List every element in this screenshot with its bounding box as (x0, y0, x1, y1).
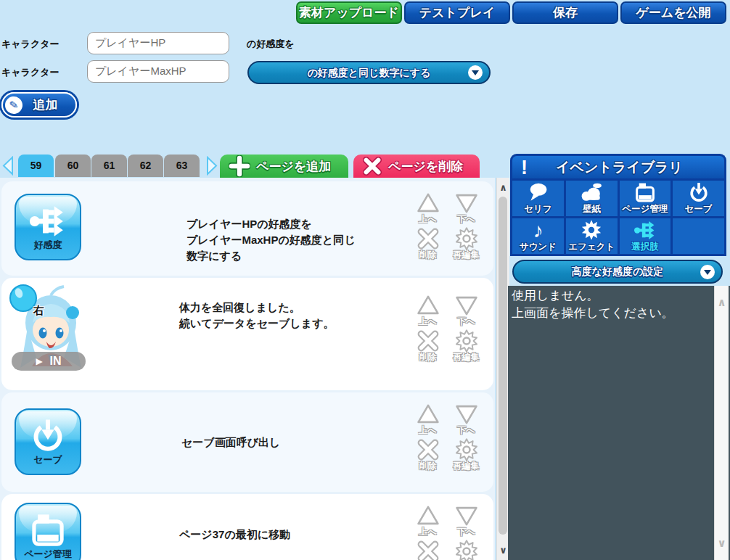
scroll-up-icon[interactable]: ∧ (715, 296, 729, 309)
message-line: 使用しません。 (512, 287, 711, 305)
reedit-event-button[interactable]: 再編集 (452, 227, 480, 261)
power-save-icon (29, 417, 67, 455)
event-controls: 上へ 下へ 削除 再編集 (414, 192, 480, 261)
event-row-speech[interactable]: 右 ▶ IN 体力を全回復しました。続いてデータをセーブします。 上へ 下へ 削… (1, 278, 493, 390)
power-save-icon (686, 181, 711, 203)
delete-event-button[interactable]: 削除 (414, 438, 442, 472)
delete-page-label: ページを削除 (388, 158, 463, 175)
library-item-choice[interactable]: 選択肢 (620, 218, 671, 254)
exclamation-icon: ! (521, 157, 528, 178)
gear-icon (455, 227, 478, 250)
up-triangle-icon (417, 192, 440, 215)
x-icon (362, 156, 382, 176)
move-down-button[interactable]: 下へ (452, 294, 480, 328)
delete-event-button[interactable]: 削除 (414, 227, 442, 261)
advanced-favorability-button[interactable]: 高度な好感度の設定 (512, 260, 723, 284)
page-tab-59[interactable]: 59 (18, 155, 54, 177)
speech-side-label: 右 (33, 304, 44, 318)
library-item-effect[interactable]: エフェクト (566, 218, 618, 254)
event-description: ページ37の最初に移動 (179, 527, 290, 543)
pencil-icon: ✎ (4, 95, 23, 115)
move-up-button[interactable]: 上へ (414, 403, 442, 437)
event-controls: 上へ 下へ 削除 再編集 (414, 403, 480, 472)
event-row-page[interactable]: ページ管理 ページ37の最初に移動 上へ 下へ 削除 再編集 (1, 494, 493, 560)
library-cell-empty (673, 218, 724, 254)
advanced-favorability-label: 高度な好感度の設定 (514, 261, 721, 282)
event-list: 好感度 プレイヤーHPの好感度をプレイヤーMaxHPの好感度と同じ数字にする 上… (0, 178, 495, 560)
up-triangle-icon (417, 504, 440, 527)
save-icon-label: セーブ (33, 453, 62, 466)
event-description: プレイヤーHPの好感度をプレイヤーMaxHPの好感度と同じ数字にする (186, 216, 355, 264)
event-controls: 上へ 下へ 削除 再編集 (414, 504, 480, 560)
event-controls: 上へ 下へ 削除 再編集 (414, 294, 480, 363)
reedit-event-button[interactable]: 再編集 (452, 438, 480, 472)
move-up-button[interactable]: 上へ (414, 504, 442, 538)
event-description: セーブ画面呼び出し (181, 435, 280, 450)
wallpaper-cloud-icon (579, 181, 604, 203)
favorability-suffix-label: の好感度を (247, 38, 295, 51)
move-up-button[interactable]: 上へ (414, 294, 442, 328)
play-icon: ▶ (36, 356, 42, 366)
library-item-sound[interactable]: ♪ サウンド (512, 218, 564, 254)
character-input-2[interactable] (87, 60, 229, 83)
save-icon: セーブ (15, 408, 81, 475)
reedit-event-button[interactable]: 再編集 (452, 329, 480, 363)
library-item-serif[interactable]: セリフ (512, 181, 564, 216)
favorability-icon-label: 好感度 (34, 239, 62, 252)
add-button[interactable]: ✎ 追加 (1, 92, 77, 118)
x-icon (417, 227, 440, 250)
up-triangle-icon (417, 403, 440, 426)
move-up-button[interactable]: 上へ (414, 192, 442, 226)
move-down-button[interactable]: 下へ (452, 504, 480, 538)
down-triangle-icon (455, 294, 478, 317)
event-library-title: イベントライブラリ (528, 158, 711, 177)
library-item-wallpaper[interactable]: 壁紙 (566, 181, 618, 216)
speech-bubble-icon (525, 181, 550, 203)
move-down-button[interactable]: 下へ (452, 192, 480, 226)
page-box-icon (29, 511, 67, 549)
gear-icon (455, 329, 478, 353)
event-row-save[interactable]: セーブ セーブ画面呼び出し 上へ 下へ 削除 再編集 (1, 392, 493, 492)
move-down-button[interactable]: 下へ (452, 403, 480, 437)
tab-scroll-left-icon[interactable] (1, 156, 15, 176)
tab-scroll-right-icon[interactable] (205, 156, 218, 176)
scroll-down-icon[interactable]: ∨ (715, 537, 729, 550)
library-item-save[interactable]: セーブ (673, 181, 724, 216)
page-tab-60[interactable]: 60 (55, 155, 91, 177)
add-page-button[interactable]: ページを追加 (220, 155, 348, 178)
page-manage-icon: ページ管理 (15, 503, 81, 560)
library-message-panel: 使用しません。 上画面を操作してください。 (508, 286, 730, 560)
upload-assets-button[interactable]: 素材アップロード (296, 1, 402, 24)
message-panel-scrollbar[interactable]: ∧ ∨ (714, 286, 729, 560)
delete-page-button[interactable]: ページを削除 (353, 155, 480, 178)
branch-icon (29, 202, 67, 240)
down-triangle-icon (455, 403, 478, 426)
test-play-button[interactable]: テストプレイ (404, 1, 510, 24)
event-library-header: ! イベントライブラリ (510, 154, 726, 178)
reedit-event-button[interactable]: 再編集 (452, 540, 480, 560)
delete-event-button[interactable]: 削除 (414, 329, 442, 363)
event-description: 体力を全回復しました。続いてデータをセーブします。 (179, 300, 335, 332)
page-tab-63[interactable]: 63 (164, 155, 200, 177)
scroll-up-icon[interactable]: ∧ (497, 182, 509, 193)
effect-gear-icon (579, 219, 604, 241)
character-label-2: キャラクター (1, 66, 60, 79)
page-tab-61[interactable]: 61 (91, 155, 127, 177)
action-select[interactable]: の好感度と同じ数字にする (247, 61, 491, 84)
x-icon (417, 438, 440, 461)
down-triangle-icon (455, 192, 478, 215)
character-label-1: キャラクター (1, 38, 60, 51)
x-icon (417, 329, 440, 353)
branch-icon (633, 219, 657, 241)
x-icon (417, 540, 440, 560)
delete-event-button[interactable]: 削除 (414, 540, 442, 560)
chevron-down-icon (700, 265, 715, 279)
character-input-1[interactable] (87, 32, 229, 54)
event-row-favorability[interactable]: 好感度 プレイヤーHPの好感度をプレイヤーMaxHPの好感度と同じ数字にする 上… (1, 181, 493, 276)
library-item-page[interactable]: ページ管理 (620, 181, 671, 216)
save-button[interactable]: 保存 (512, 1, 618, 24)
scrollbar-thumb[interactable] (499, 197, 507, 535)
publish-game-button[interactable]: ゲームを公開 (620, 1, 726, 24)
down-triangle-icon (455, 504, 478, 527)
page-tab-62[interactable]: 62 (128, 155, 163, 177)
